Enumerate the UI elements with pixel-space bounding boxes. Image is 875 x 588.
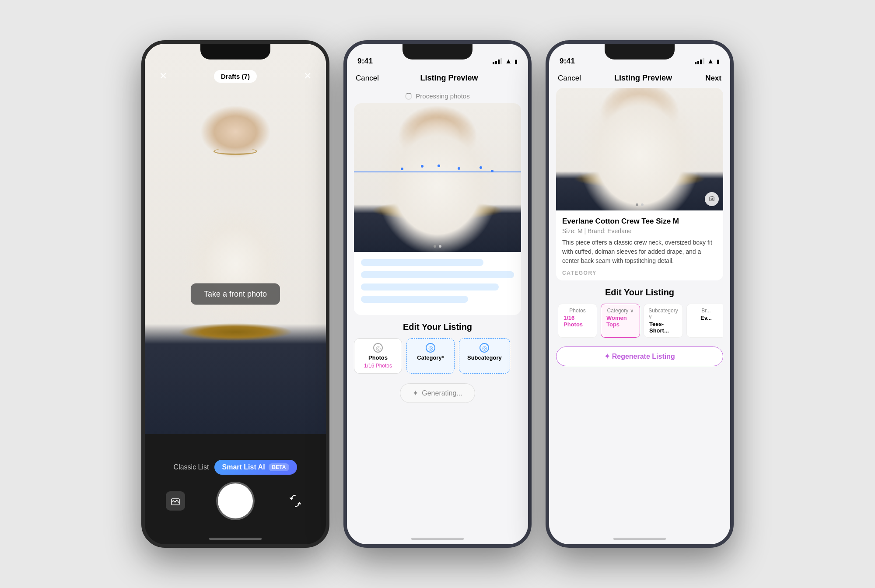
drafts-badge[interactable]: Drafts (7) — [214, 70, 257, 83]
signal-bar-4 — [500, 58, 502, 64]
edit-listing-title-2: Edit Your Listing — [354, 322, 521, 332]
home-indicator — [209, 538, 262, 540]
scan-line — [354, 172, 521, 172]
close-icon[interactable]: ✕ — [155, 68, 171, 84]
camera-edit-icon[interactable] — [705, 192, 719, 206]
front-photo-prompt: Take a front photo — [191, 284, 280, 305]
signal-bar-3 — [498, 60, 500, 64]
scan-dot-1 — [401, 168, 403, 170]
wifi-icon: ▲ — [505, 57, 512, 65]
category-tab-icon: ◎ — [426, 343, 435, 353]
signal-bars — [493, 58, 502, 64]
status-icons-3: ▲ ▮ — [695, 57, 720, 65]
camera-bottom-bar: Classic List Smart List AI BETA — [145, 434, 326, 544]
tab-category-2[interactable]: ◎ Category* - — [406, 338, 455, 374]
nav-bar-3: Cancel Listing Preview Next — [549, 70, 730, 88]
indicator-1 — [434, 245, 436, 248]
tab-category-3[interactable]: Category ∨ Women Tops — [601, 304, 640, 338]
notch-3 — [605, 44, 675, 60]
signal-bar3-2 — [697, 61, 699, 64]
next-button-3[interactable]: Next — [705, 74, 721, 83]
home-indicator-2 — [411, 538, 464, 540]
signal-bar-2 — [495, 61, 497, 64]
beta-badge: BETA — [269, 463, 290, 471]
nav-bar-2: Cancel Listing Preview — [347, 70, 528, 88]
camera-view: ✕ Drafts (7) ✕ Take a front photo Classi… — [145, 44, 326, 544]
svg-point-1 — [711, 198, 713, 200]
phone-3-result: 9:41 ▲ ▮ Cancel Listing Preview Next — [546, 40, 734, 548]
page-title-3: Listing Preview — [614, 74, 672, 83]
page-title-2: Listing Preview — [420, 74, 478, 83]
notch-1 — [200, 44, 270, 60]
scan-dot-3 — [438, 164, 440, 167]
photos-tab-count: 1/16 Photos — [364, 363, 392, 369]
listing-mode-selector: Classic List Smart List AI BETA — [174, 460, 298, 475]
shutter-button[interactable] — [218, 483, 253, 518]
brand-tab3-value: Ev... — [700, 315, 712, 321]
result-indicator-1 — [636, 203, 638, 206]
result-photo-indicators — [636, 203, 644, 206]
loading-skeleton — [354, 252, 521, 315]
wifi-icon-3: ▲ — [707, 57, 714, 65]
product-description: This piece offers a classic crew neck, o… — [562, 238, 717, 266]
listing-image-container — [354, 103, 521, 315]
processing-indicator: Processing photos — [347, 88, 528, 103]
phone2-screen: 9:41 ▲ ▮ Cancel Listing Preview — [347, 44, 528, 544]
category-tab3-label: Category ∨ — [607, 308, 634, 314]
edit-listing-section-3: Edit Your Listing Photos 1/16 Photos Cat… — [549, 280, 730, 341]
signal-bars-3 — [695, 58, 704, 64]
flip-camera-icon[interactable] — [286, 491, 305, 511]
smart-list-button[interactable]: Smart List AI BETA — [214, 460, 298, 475]
tab-photos-3[interactable]: Photos 1/16 Photos — [558, 304, 597, 338]
scan-dots — [354, 160, 521, 186]
notch-2 — [402, 44, 472, 60]
battery-icon: ▮ — [514, 58, 518, 65]
scan-dot-2 — [421, 165, 424, 168]
scan-dot-4 — [458, 167, 460, 170]
photos-tab3-value: 1/16 Photos — [564, 315, 592, 328]
result-indicator-2 — [641, 203, 644, 206]
scan-dot-5 — [480, 166, 482, 169]
generating-label: Generating... — [422, 389, 462, 397]
skeleton-bar-2 — [361, 271, 514, 278]
product-title: Everlane Cotton Crew Tee Size M — [562, 217, 717, 226]
category-tab3-value: Women Tops — [606, 315, 634, 328]
skeleton-bar-1 — [361, 259, 483, 266]
cancel-button-3[interactable]: Cancel — [558, 74, 581, 83]
indicator-2 — [439, 245, 441, 248]
person-simulation — [145, 44, 326, 444]
brand-tab3-label: Br... — [701, 308, 710, 314]
gallery-icon[interactable] — [166, 491, 185, 511]
tab-brand-3[interactable]: Br... Ev... — [686, 304, 723, 338]
subcategory-tab-label: Subcategory — [467, 354, 502, 361]
category-section-label: CATEGORY — [562, 270, 717, 276]
edit-listing-section-2: Edit Your Listing ◎ Photos 1/16 Photos ◎… — [347, 315, 528, 377]
subcategory-tab3-label: Subcategory ∨ — [648, 308, 678, 320]
listing-tabs: ◎ Photos 1/16 Photos ◎ Category* - ◎ Sub… — [354, 338, 521, 374]
processing-text: Processing photos — [416, 92, 469, 100]
tab-subcategory-3[interactable]: Subcategory ∨ Tees- Short... — [644, 304, 683, 338]
skeleton-bar-4 — [361, 296, 468, 303]
cancel-button-2[interactable]: Cancel — [356, 74, 379, 83]
generating-button: ✦ Generating... — [400, 383, 475, 403]
tab-subcategory-2[interactable]: ◎ Subcategory - — [459, 338, 510, 374]
category-tab-label: Category* — [417, 354, 444, 361]
phone-2-processing: 9:41 ▲ ▮ Cancel Listing Preview — [343, 40, 532, 548]
product-info: Everlane Cotton Crew Tee Size M Size: M … — [556, 210, 723, 280]
status-icons-2: ▲ ▮ — [493, 57, 518, 65]
result-image-container: Everlane Cotton Crew Tee Size M Size: M … — [556, 88, 723, 280]
classic-list-label[interactable]: Classic List — [174, 463, 209, 471]
smart-list-label: Smart List AI — [222, 463, 265, 471]
trash-icon[interactable]: ✕ — [300, 68, 315, 84]
signal-bar-1 — [493, 62, 494, 64]
phone-1-camera: ✕ Drafts (7) ✕ Take a front photo Classi… — [141, 40, 329, 548]
status-time-3: 9:41 — [560, 57, 575, 66]
photos-tab-icon: ◎ — [373, 343, 383, 353]
listing-photo — [354, 103, 521, 252]
regenerate-listing-button[interactable]: ✦ Regenerate Listing — [556, 346, 723, 366]
tab-photos-2[interactable]: ◎ Photos 1/16 Photos — [354, 338, 402, 374]
signal-bar3-1 — [695, 62, 696, 64]
spinner-icon — [405, 93, 412, 100]
signal-bar3-4 — [703, 58, 704, 64]
product-meta: Size: M | Brand: Everlane — [562, 228, 717, 234]
